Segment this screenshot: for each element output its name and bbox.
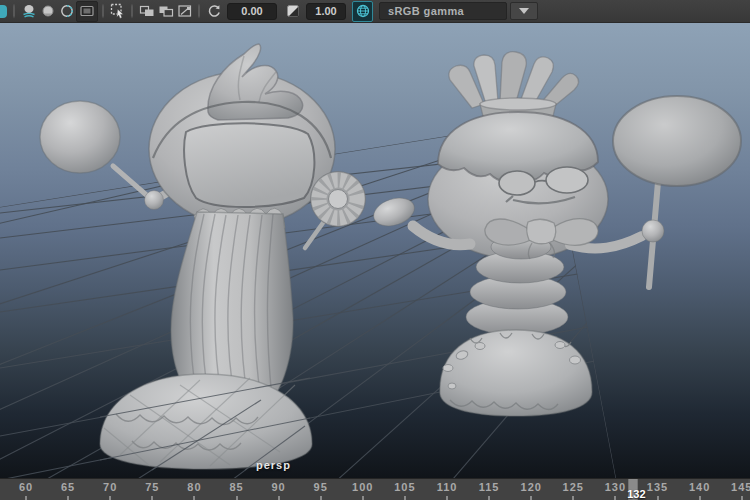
timeline-tick-label: 120 [521, 481, 542, 493]
overlap-rects-filled-icon[interactable] [156, 2, 175, 21]
textured-mode-icon[interactable] [76, 1, 98, 22]
timeline-tick-mark [320, 496, 322, 500]
current-frame-label: 132 [627, 488, 645, 500]
timeline-tick-mark [67, 496, 69, 500]
timeline-tick-mark [614, 496, 616, 500]
view-transform-label: sRGB gamma [388, 5, 464, 17]
timeline-tick-label: 95 [314, 481, 328, 493]
timeline-tick-label: 115 [479, 481, 500, 493]
timeline-tick-label: 85 [229, 481, 243, 493]
timeline-tick-mark [362, 496, 364, 500]
time-slider[interactable]: 132 606570758085909510010511011512012513… [0, 478, 750, 500]
timeline-tick-label: 110 [437, 481, 458, 493]
timeline-tick-label: 60 [19, 481, 33, 493]
wireframe-on-shaded-icon[interactable] [57, 2, 76, 21]
view-transform-globe-icon[interactable] [352, 1, 373, 22]
toolbar-separator [102, 4, 104, 19]
timeline-tick-mark [699, 496, 701, 500]
timeline-tick-mark [404, 496, 406, 500]
exposure-cycle-icon[interactable] [204, 2, 223, 21]
timeline-tick-label: 135 [647, 481, 668, 493]
timeline-tick-mark [572, 496, 574, 500]
timeline-tick-label: 75 [145, 481, 159, 493]
exposure-input[interactable] [227, 3, 277, 20]
chevron-down-icon [519, 8, 529, 14]
timeline-tick-label: 80 [187, 481, 201, 493]
toolbar-separator [131, 4, 133, 19]
viewport-toolbar: sRGB gamma [0, 0, 750, 23]
timeline-tick-mark [109, 496, 111, 500]
timeline-tick-label: 145 [731, 481, 750, 493]
timeline-tick-mark [488, 496, 490, 500]
timeline-tick-label: 70 [103, 481, 117, 493]
timeline-tick-mark [657, 496, 659, 500]
camera-label: persp [256, 459, 291, 471]
lighting-icon[interactable] [19, 2, 38, 21]
timeline-tick-label: 130 [605, 481, 626, 493]
timeline-tick-mark [236, 496, 238, 500]
gamma-input[interactable] [306, 3, 346, 20]
timeline-tick-mark [193, 496, 195, 500]
timeline-tick-label: 125 [563, 481, 584, 493]
timeline-tick-mark [741, 496, 743, 500]
timeline-tick-label: 65 [61, 481, 75, 493]
timeline-tick-mark [25, 496, 27, 500]
timeline-tick-mark [278, 496, 280, 500]
toolbar-separator [198, 4, 200, 19]
render-region-icon[interactable] [175, 2, 194, 21]
timeline-tick-label: 100 [352, 481, 373, 493]
isolate-select-icon[interactable] [108, 2, 127, 21]
toolbar-separator [13, 4, 15, 19]
view-transform-dropdown[interactable]: sRGB gamma [379, 2, 507, 20]
viewport-3d[interactable] [0, 23, 750, 478]
view-transform-arrow-button[interactable] [510, 2, 538, 20]
clipped-teal-icon[interactable] [0, 2, 9, 21]
timeline-tick-label: 140 [689, 481, 710, 493]
contrast-icon[interactable] [283, 2, 302, 21]
timeline-tick-mark [151, 496, 153, 500]
timeline-tick-mark [446, 496, 448, 500]
overlap-rects-icon[interactable] [137, 2, 156, 21]
timeline-tick-label: 105 [394, 481, 415, 493]
timeline-tick-label: 90 [271, 481, 285, 493]
shaded-sphere-icon[interactable] [38, 2, 57, 21]
timeline-tick-mark [530, 496, 532, 500]
